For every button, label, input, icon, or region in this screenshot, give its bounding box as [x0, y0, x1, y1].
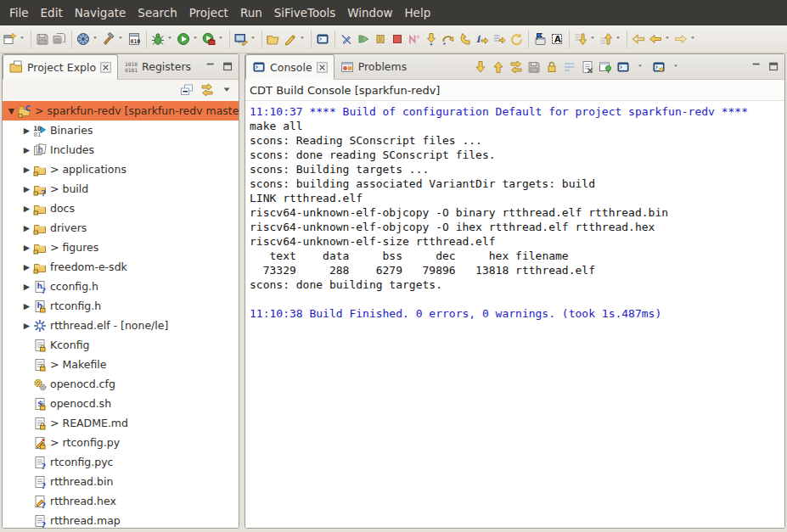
dropdown-icon[interactable] [689, 29, 698, 50]
tree-item[interactable]: freedom-e-sdk [3, 257, 239, 277]
dropdown-icon[interactable] [668, 56, 686, 77]
tree-item[interactable]: openocd.cfg [3, 374, 239, 394]
tree-item[interactable]: ? rtthread.bin [3, 472, 239, 491]
save-all-icon[interactable] [51, 29, 68, 50]
separator[interactable] [259, 31, 262, 48]
expand-arrow-icon[interactable] [20, 165, 33, 174]
binary-file-icon[interactable]: 010 [126, 29, 143, 50]
tree-item[interactable]: drivers [3, 218, 239, 238]
maximize-icon[interactable] [221, 59, 235, 74]
dropdown-icon[interactable] [217, 29, 226, 50]
tree-item[interactable]: C > sparkfun-redv [sparkfun-redv master] [3, 101, 239, 120]
suspend-icon[interactable] [372, 29, 389, 50]
separator[interactable] [566, 31, 570, 48]
show-when-changed-icon[interactable] [508, 56, 526, 77]
view-tab[interactable]: 10100101 Registers [118, 54, 197, 79]
tree-item[interactable]: ? rtthread.hex [3, 491, 239, 511]
scroll-to-previous-icon[interactable] [490, 56, 508, 77]
step-into-icon[interactable] [423, 29, 440, 50]
tree-item[interactable]: $ openocd.sh [3, 394, 239, 413]
minimize-icon[interactable] [750, 59, 764, 74]
menu-item[interactable]: Search [132, 6, 183, 20]
tree-item[interactable]: docs [3, 199, 239, 218]
view-tab[interactable]: Console [245, 54, 334, 80]
expand-arrow-icon[interactable] [20, 126, 33, 135]
dropdown-icon[interactable] [664, 29, 672, 50]
build-hammer-icon[interactable] [100, 29, 117, 50]
expand-arrow-icon[interactable] [20, 262, 33, 272]
tree-item[interactable]: > applications [3, 160, 239, 179]
dropdown-icon[interactable] [299, 29, 307, 50]
disconnect-icon[interactable] [406, 29, 423, 50]
menu-item[interactable]: Project [183, 6, 234, 20]
tree-item[interactable]: rtthread.elf - [none/le] [3, 316, 239, 335]
tree-item[interactable]: > figures [3, 238, 239, 257]
assembly-box-icon[interactable]: A [548, 29, 565, 50]
fetch-up-icon[interactable] [598, 29, 615, 50]
expand-arrow-icon[interactable] [20, 243, 33, 252]
resume-icon[interactable] [355, 29, 372, 50]
tree-item[interactable]: > README.md [3, 413, 239, 433]
menu-item[interactable]: Navigate [69, 6, 132, 20]
clear-console-icon[interactable] [579, 56, 597, 77]
save-icon[interactable] [34, 29, 51, 50]
console-output[interactable]: 11:10:37 **** Build of configuration Def… [245, 101, 784, 528]
expand-arrow-icon[interactable] [20, 204, 33, 213]
menu-item[interactable]: Run [234, 6, 268, 20]
menu-item[interactable]: Edit [35, 6, 69, 20]
expand-arrow-icon[interactable] [20, 301, 33, 311]
dropdown-icon[interactable] [92, 29, 100, 50]
collapse-all-icon[interactable] [177, 81, 195, 99]
expand-arrow-icon[interactable] [20, 321, 33, 330]
step-return-icon[interactable] [457, 29, 474, 50]
dropdown-icon[interactable] [192, 29, 200, 50]
tree-item[interactable]: ? > build [3, 179, 239, 199]
expand-arrow-icon[interactable] [20, 184, 33, 193]
open-folder-icon[interactable] [265, 29, 282, 50]
dropdown-icon[interactable] [250, 29, 258, 50]
expand-arrow-icon[interactable] [20, 145, 33, 154]
tree-item[interactable]: h rtconfig.h [3, 296, 239, 316]
link-with-editor-icon[interactable] [198, 81, 216, 99]
skip-breakpoints-icon[interactable] [338, 29, 355, 50]
dropdown-icon[interactable] [632, 56, 650, 77]
tree-item[interactable]: 1001 Binaries [3, 120, 239, 140]
tree-item[interactable]: > rtconfig.py [3, 433, 239, 452]
flash-target-icon[interactable] [75, 29, 92, 50]
debug-perspective-icon[interactable] [233, 29, 250, 50]
back-icon[interactable] [647, 29, 664, 50]
word-wrap-icon[interactable] [561, 56, 579, 77]
view-menu-icon[interactable] [218, 81, 236, 99]
debug-icon[interactable] [149, 29, 166, 50]
fetch-down-icon[interactable] [572, 29, 589, 50]
new-wizard-icon[interactable] [2, 29, 19, 50]
menu-item[interactable]: SiFiveTools [268, 6, 341, 20]
view-tab[interactable]: Problems [334, 54, 413, 79]
separator[interactable] [227, 31, 230, 48]
dropdown-icon[interactable] [166, 29, 175, 50]
menu-item[interactable]: Window [341, 6, 398, 20]
expand-arrow-icon[interactable] [5, 106, 18, 115]
external-tools-icon[interactable] [200, 29, 217, 50]
save-output-icon[interactable] [526, 56, 543, 77]
tab-close-icon[interactable] [100, 62, 111, 73]
open-console-icon[interactable] [650, 56, 668, 77]
move-to-line-icon[interactable] [491, 29, 508, 50]
terminate-icon[interactable] [389, 29, 406, 50]
step-over-icon[interactable] [440, 29, 457, 50]
instruction-step-icon[interactable]: i [474, 29, 491, 50]
tree-item[interactable]: Kconfig [3, 335, 239, 355]
dropdown-icon[interactable] [19, 29, 27, 50]
dropdown-icon[interactable] [117, 29, 126, 50]
separator[interactable] [624, 31, 627, 48]
display-selected-console-icon[interactable] [615, 56, 632, 77]
open-console-tool-icon[interactable] [314, 29, 331, 50]
dropdown-icon[interactable] [615, 29, 623, 50]
scroll-to-next-icon[interactable] [472, 56, 490, 77]
tree-item[interactable]: ? rtconfig.pyc [3, 452, 239, 472]
tree-item[interactable]: ? rtthread.map [3, 511, 239, 528]
restart-icon[interactable] [508, 29, 525, 50]
minimize-icon[interactable] [204, 59, 218, 74]
flag-console-icon[interactable] [531, 29, 548, 50]
tree-item[interactable]: h Includes [3, 140, 239, 160]
